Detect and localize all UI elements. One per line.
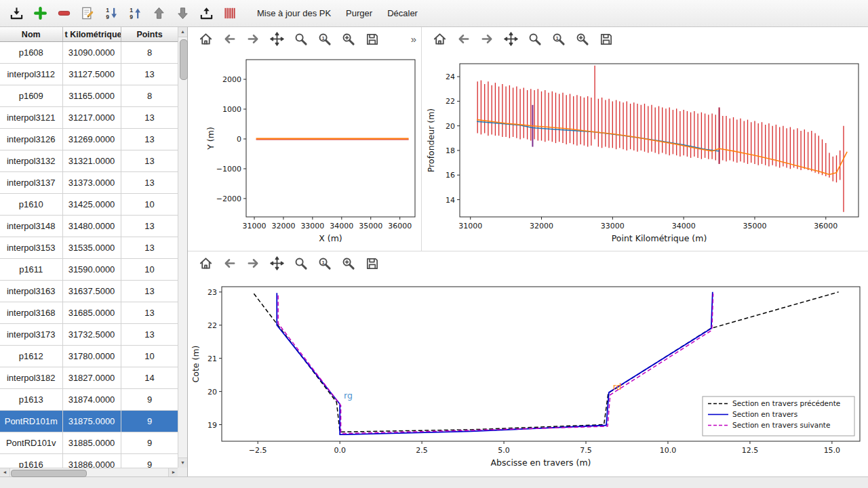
back-button[interactable] — [221, 30, 237, 47]
column-header-nom[interactable]: Nom — [0, 27, 62, 42]
zoom-in-button[interactable] — [574, 30, 590, 47]
table-row[interactable]: interpol317331732.500013 — [0, 324, 178, 346]
table-row[interactable]: interpol312131217.000013 — [0, 107, 178, 129]
table-row[interactable]: p161131590.000010 — [0, 259, 178, 281]
cell-nom: interpol3137 — [0, 172, 62, 194]
cell-pk: 31373.0000 — [62, 172, 121, 194]
cell-pk: 31885.0000 — [62, 432, 121, 454]
forward-button[interactable] — [245, 30, 261, 47]
home-button[interactable] — [431, 30, 448, 47]
forward-button[interactable] — [245, 255, 261, 271]
sort-desc-button[interactable]: 19 — [102, 4, 121, 23]
table-row[interactable]: interpol312631269.000013 — [0, 129, 178, 150]
cell-pk: 31874.0000 — [62, 389, 121, 411]
column-header-point-kilometrique[interactable]: t Kilométrique — [62, 27, 121, 42]
cell-pk: 31886.0000 — [62, 454, 121, 468]
cell-pk: 31321.0000 — [62, 150, 121, 172]
back-button[interactable] — [221, 255, 237, 271]
add-button[interactable] — [31, 4, 50, 23]
cell-points: 13 — [121, 64, 178, 85]
pk-stripes-button[interactable] — [220, 4, 239, 23]
y-axis-label: Profondeur (m) — [426, 108, 436, 172]
table-row[interactable]: p161631886.00009 — [0, 454, 178, 468]
horizontal-scrollbar-thumb[interactable] — [11, 470, 87, 477]
table-row[interactable]: p160931165.00008 — [0, 85, 178, 107]
cell-points: 13 — [121, 237, 178, 259]
vertical-scrollbar[interactable]: ▲ ▼ — [178, 27, 187, 468]
section-travers-chart[interactable]: −2.50.02.55.07.510.012.515.01920212223Ab… — [188, 274, 868, 476]
table-row[interactable]: interpol311231127.500013 — [0, 64, 178, 85]
zoom-one-button[interactable]: 1 — [316, 30, 332, 47]
zoom-one-button[interactable]: 1 — [316, 255, 332, 271]
cell-points: 13 — [121, 172, 178, 194]
scroll-down-arrow-icon[interactable]: ▼ — [178, 458, 187, 468]
save-button[interactable] — [363, 30, 380, 47]
back-icon — [222, 32, 237, 46]
edit-button[interactable] — [78, 4, 97, 23]
annotation-rd: rd — [613, 382, 622, 392]
svg-text:2000: 2000 — [222, 75, 241, 84]
table-row[interactable]: PontRD101m31875.00009 — [0, 411, 178, 432]
svg-text:22: 22 — [208, 321, 217, 330]
save-button[interactable] — [597, 30, 614, 47]
svg-text:24: 24 — [446, 73, 455, 81]
cell-points: 9 — [121, 454, 178, 468]
zoom-in-icon — [341, 32, 355, 46]
menu-mise-a-jour-des-pk[interactable]: Mise à jour des PK — [251, 5, 337, 21]
menu-purger[interactable]: Purger — [340, 5, 378, 21]
vertical-scrollbar-thumb[interactable] — [180, 39, 188, 80]
table-row[interactable]: interpol314831480.000013 — [0, 216, 178, 237]
scroll-left-arrow-icon[interactable]: ◄ — [0, 468, 10, 476]
export-button[interactable] — [197, 4, 216, 23]
table-row[interactable]: interpol316331637.500013 — [0, 281, 178, 302]
save-button[interactable] — [363, 255, 380, 271]
zoom-one-button[interactable]: 1 — [550, 30, 566, 47]
forward-icon — [246, 32, 260, 46]
svg-text:5.0: 5.0 — [498, 446, 510, 455]
table-row[interactable]: interpol315331535.000013 — [0, 237, 178, 259]
profil-long-chart[interactable]: 3100032000330003400035000360001416182022… — [422, 50, 868, 251]
back-button[interactable] — [455, 30, 471, 47]
import-button[interactable] — [7, 4, 26, 23]
table-row[interactable]: interpol318231827.000014 — [0, 367, 178, 389]
move-down-button[interactable] — [173, 4, 192, 23]
table-row[interactable]: interpol313731373.000013 — [0, 172, 178, 194]
table-row[interactable]: p161331874.00009 — [0, 389, 178, 411]
table-row[interactable]: PontRD101v31885.00009 — [0, 432, 178, 454]
plot2-toolbar: 1 — [422, 27, 868, 50]
status-bar — [0, 476, 868, 488]
table-row[interactable]: p160831090.00008 — [0, 42, 178, 64]
zoom-one-icon: 1 — [317, 32, 332, 46]
pan-button[interactable] — [502, 30, 519, 47]
scroll-up-arrow-icon[interactable]: ▲ — [178, 27, 187, 37]
zoom-in-button[interactable] — [340, 30, 356, 47]
column-header-points[interactable]: Points — [121, 27, 178, 42]
forward-button[interactable] — [479, 30, 495, 47]
table-row[interactable]: interpol316831685.000013 — [0, 302, 178, 324]
table-row[interactable]: p161231780.000010 — [0, 346, 178, 367]
scroll-right-arrow-icon[interactable]: ► — [168, 468, 178, 476]
zoom-in-button[interactable] — [340, 255, 356, 271]
table-row[interactable]: interpol313231321.000013 — [0, 150, 178, 172]
remove-button[interactable] — [54, 4, 73, 23]
zoom-button[interactable] — [292, 255, 309, 271]
pan-button[interactable] — [269, 30, 285, 47]
cell-nom: p1608 — [0, 42, 62, 64]
home-button[interactable] — [197, 255, 214, 271]
sort-asc-button[interactable]: 19 — [125, 4, 144, 23]
home-button[interactable] — [197, 30, 214, 47]
svg-text:1: 1 — [106, 7, 109, 14]
edit-icon — [80, 5, 96, 21]
svg-text:1: 1 — [555, 35, 559, 41]
horizontal-scrollbar[interactable]: ◄ ► — [0, 468, 178, 476]
cell-nom: PontRD101v — [0, 432, 62, 454]
svg-text:2.5: 2.5 — [416, 446, 428, 455]
zoom-button[interactable] — [526, 30, 542, 47]
table-row[interactable]: p161031425.000010 — [0, 194, 178, 216]
toolbar-overflow-button[interactable]: » — [411, 33, 416, 45]
move-up-button[interactable] — [149, 4, 168, 23]
plan-view-chart[interactable]: 310003200033000340003500036000−2000−1000… — [188, 50, 422, 251]
zoom-button[interactable] — [292, 30, 309, 47]
pan-button[interactable] — [269, 255, 285, 271]
menu-decaler[interactable]: Décaler — [381, 5, 424, 21]
